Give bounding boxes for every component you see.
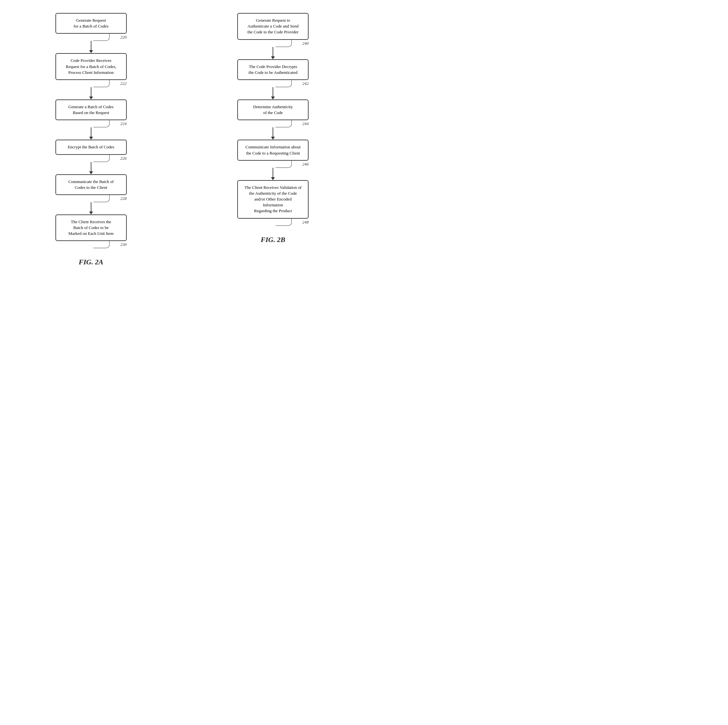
- ref-curve-246: [275, 161, 292, 168]
- arrow-3: [89, 127, 93, 140]
- ref-wrap-230: 230: [55, 241, 127, 248]
- ref-row-240: 240: [237, 40, 309, 47]
- arrow-line-b2: [272, 87, 273, 96]
- fig2a-label: FIG. 2A: [79, 258, 103, 266]
- arrow-1: [89, 41, 93, 53]
- ref-curve-220: [93, 34, 110, 41]
- flow-box-242: The Code Provider Decryptsthe Code to be…: [237, 59, 309, 80]
- fig2b-diagram: Generate Request toAuthenticate a Code a…: [189, 13, 358, 266]
- fig2b-label: FIG. 2B: [261, 235, 285, 244]
- arrow-2: [89, 87, 93, 99]
- arrow-line-4: [91, 162, 92, 171]
- ref-wrap-222: 222: [55, 80, 127, 87]
- ref-wrap-228: 228: [55, 195, 127, 202]
- ref-wrap-244: 244: [237, 120, 309, 127]
- ref-wrap-248: 248: [237, 219, 309, 226]
- ref-row-244: 244: [237, 120, 309, 127]
- flow-box-222: Code Provider ReceivesRequest for a Batc…: [55, 53, 127, 80]
- arrow-b1: [271, 47, 275, 59]
- ref-curve-248: [275, 219, 292, 226]
- arrow-5: [89, 202, 93, 214]
- arrow-line-2: [91, 87, 92, 96]
- flow-box-228: Communicate the Batch ofCodes to the Cli…: [55, 174, 127, 195]
- ref-row-246: 246: [237, 161, 309, 168]
- arrow-head-b3: [271, 137, 275, 140]
- ref-row-220: 220: [55, 34, 127, 41]
- ref-label-224: 224: [119, 121, 127, 126]
- ref-curve-222: [93, 80, 110, 87]
- ref-row-226: 226: [55, 155, 127, 162]
- ref-wrap-220: 220: [55, 34, 127, 41]
- ref-label-246: 246: [301, 162, 309, 167]
- ref-wrap-240: 240: [237, 40, 309, 47]
- ref-wrap-242: 242: [237, 80, 309, 87]
- arrow-head-b2: [271, 96, 275, 99]
- ref-wrap-226: 226: [55, 155, 127, 162]
- arrow-b3: [271, 127, 275, 140]
- ref-wrap-224: 224: [55, 120, 127, 127]
- ref-curve-240: [275, 40, 292, 47]
- flow-box-226: Encrypt the Batch of Codes: [55, 140, 127, 154]
- ref-label-244: 244: [301, 121, 309, 126]
- ref-label-230: 230: [119, 242, 127, 247]
- arrow-b2: [271, 87, 275, 99]
- ref-curve-242: [275, 80, 292, 87]
- arrow-head-2: [89, 96, 93, 99]
- arrow-line-3: [91, 127, 92, 137]
- ref-wrap-246: 246: [237, 161, 309, 168]
- flow-box-224: Generate a Batch of CodesBased on the Re…: [55, 99, 127, 120]
- ref-row-228: 228: [55, 195, 127, 202]
- fig2b-flowchart: Generate Request toAuthenticate a Code a…: [237, 13, 309, 226]
- flow-box-230: The Client Receives theBatch of Codes to…: [55, 214, 127, 241]
- ref-label-228: 228: [119, 196, 127, 201]
- arrow-line-b3: [272, 127, 273, 137]
- ref-curve-226: [93, 155, 110, 162]
- arrow-head-5: [89, 212, 93, 214]
- arrow-line-1: [91, 41, 92, 50]
- ref-row-224: 224: [55, 120, 127, 127]
- ref-label-222: 222: [119, 81, 127, 86]
- flow-box-244: Determine Authenticityof the Code: [237, 99, 309, 120]
- flow-box-240: Generate Request toAuthenticate a Code a…: [237, 13, 309, 40]
- arrow-4: [89, 162, 93, 174]
- arrow-head-b1: [271, 56, 275, 59]
- ref-curve-228: [93, 195, 110, 202]
- ref-row-248: 248: [237, 219, 309, 226]
- arrow-b4: [271, 168, 275, 180]
- ref-row-242: 242: [237, 80, 309, 87]
- ref-row-222: 222: [55, 80, 127, 87]
- arrow-line-5: [91, 202, 92, 212]
- ref-curve-244: [275, 120, 292, 127]
- ref-label-226: 226: [119, 156, 127, 161]
- flow-box-220: Generate Requestfor a Batch of Codes: [55, 13, 127, 34]
- flow-box-248: The Client Receives Validation ofthe Aut…: [237, 180, 309, 219]
- diagrams-container: Generate Requestfor a Batch of Codes 220…: [6, 13, 358, 266]
- ref-curve-230: [93, 241, 110, 248]
- arrow-head-4: [89, 171, 93, 174]
- ref-label-248: 248: [301, 220, 309, 225]
- arrow-head-3: [89, 137, 93, 140]
- fig2a-flowchart: Generate Requestfor a Batch of Codes 220…: [55, 13, 127, 248]
- ref-label-220: 220: [119, 35, 127, 40]
- ref-label-242: 242: [301, 81, 309, 86]
- ref-curve-224: [93, 120, 110, 127]
- arrow-head-b4: [271, 177, 275, 180]
- arrow-line-b1: [272, 47, 273, 56]
- flow-box-246: Communicate Information aboutthe Code to…: [237, 140, 309, 160]
- ref-label-240: 240: [301, 41, 309, 46]
- arrow-head-1: [89, 50, 93, 53]
- fig2a-diagram: Generate Requestfor a Batch of Codes 220…: [6, 13, 176, 266]
- ref-row-230: 230: [55, 241, 127, 248]
- arrow-line-b4: [272, 168, 273, 177]
